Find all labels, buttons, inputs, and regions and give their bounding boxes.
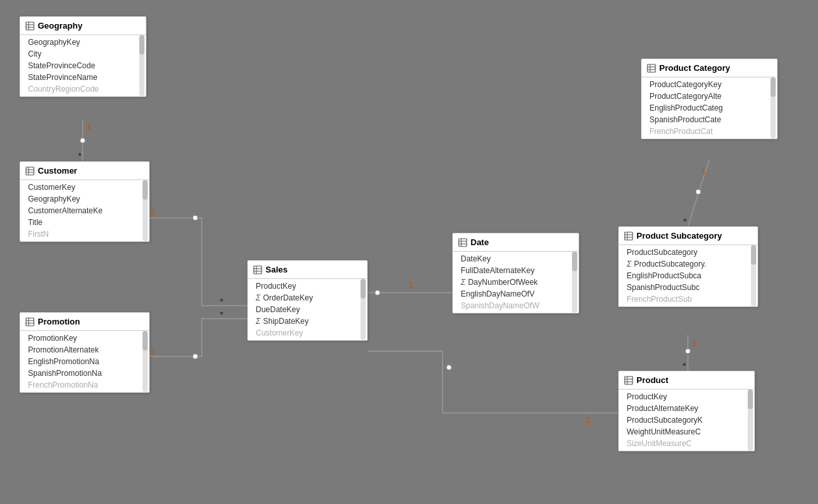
- table-row: Σ ShipDateKey: [248, 315, 358, 327]
- product-category-title: Product Category: [659, 63, 730, 73]
- table-row: CustomerKey: [248, 327, 358, 339]
- table-icon: [25, 317, 34, 326]
- promotion-body: PromotionKey PromotionAlternatek English…: [20, 331, 149, 392]
- svg-text:*: *: [683, 217, 687, 226]
- table-row: EnglishProductSubca: [619, 270, 748, 282]
- table-row: SpanishProductCate: [642, 114, 768, 126]
- table-row: ProductCategoryKey: [642, 79, 768, 90]
- table-row: StateProvinceName: [20, 72, 137, 83]
- table-row: GeographyKey: [20, 36, 137, 48]
- table-row: StateProvinceCode: [20, 60, 137, 72]
- promotion-table: Promotion PromotionKey PromotionAlternat…: [20, 312, 150, 393]
- svg-text:*: *: [220, 310, 224, 319]
- sales-title: Sales: [266, 265, 288, 274]
- product-category-table: Product Category ProductCategoryKey Prod…: [641, 59, 778, 139]
- table-row: ProductAlternateKey: [619, 403, 745, 414]
- product-category-body: ProductCategoryKey ProductCategoryAlte E…: [642, 77, 777, 139]
- table-row: SpanishProductSubc: [619, 282, 748, 293]
- product-body: ProductKey ProductAlternateKey ProductSu…: [619, 390, 754, 451]
- product-title: Product: [636, 375, 668, 385]
- svg-text:1: 1: [151, 207, 156, 217]
- customer-table: Customer CustomerKey GeographyKey Custom…: [20, 161, 150, 242]
- svg-rect-44: [648, 64, 655, 72]
- table-row: CustomerKey: [20, 181, 140, 193]
- table-icon: [25, 21, 34, 31]
- svg-rect-52: [625, 377, 633, 384]
- table-icon: [458, 238, 467, 247]
- sales-body: ProductKey Σ OrderDateKey DueDateKey Σ S…: [248, 279, 367, 340]
- svg-point-12: [375, 290, 380, 295]
- table-row: CountryRegionCode: [20, 83, 137, 95]
- table-row: Σ OrderDateKey: [248, 292, 358, 304]
- table-row: Σ DayNumberOfWeek: [453, 276, 569, 288]
- svg-rect-32: [26, 318, 34, 326]
- table-row: DueDateKey: [248, 304, 358, 315]
- svg-text:*: *: [683, 361, 687, 371]
- table-row: ProductSubcategoryK: [619, 414, 745, 426]
- svg-text:1: 1: [586, 416, 590, 425]
- table-row: FirstN: [20, 228, 140, 240]
- table-row: GeographyKey: [20, 193, 140, 205]
- svg-rect-36: [254, 266, 262, 274]
- table-row: Title: [20, 217, 140, 228]
- date-table: Date DateKey FullDateAlternateKey Σ DayN…: [452, 233, 579, 313]
- table-row: DateKey: [453, 253, 569, 265]
- table-row: CustomerAlternateKe: [20, 205, 140, 217]
- date-header: Date: [453, 233, 579, 252]
- svg-line-14: [688, 159, 709, 226]
- table-row: FrenchProductCat: [642, 126, 768, 137]
- diagram-canvas: 1 * 1 * 1 * 1 * 1 * 1 * 1: [0, 0, 818, 504]
- svg-text:1: 1: [151, 347, 156, 356]
- table-row: FrenchProductSub: [619, 293, 748, 305]
- table-row: FullDateAlternateKey: [453, 265, 569, 276]
- customer-header: Customer: [20, 162, 149, 180]
- product-subcategory-table: Product Subcategory ProductSubcategory Σ…: [618, 226, 758, 307]
- svg-point-23: [446, 365, 452, 370]
- product-category-header: Product Category: [642, 59, 777, 77]
- table-row: ProductCategoryAlte: [642, 90, 768, 102]
- geography-table: Geography GeographyKey City StateProvinc…: [20, 16, 146, 97]
- date-title: Date: [470, 237, 489, 247]
- table-icon: [647, 64, 656, 73]
- svg-rect-28: [26, 167, 34, 175]
- geography-title: Geography: [38, 21, 83, 31]
- table-icon: [253, 265, 262, 274]
- table-icon: [624, 232, 633, 241]
- table-row: ProductKey: [619, 391, 745, 403]
- svg-rect-40: [459, 239, 467, 246]
- product-subcategory-header: Product Subcategory: [619, 227, 757, 245]
- svg-point-5: [193, 215, 198, 220]
- product-subcategory-title: Product Subcategory: [636, 231, 722, 241]
- product-table: Product ProductKey ProductAlternateKey P…: [618, 371, 755, 451]
- promotion-title: Promotion: [38, 317, 80, 326]
- table-row: Σ ProductSubcategory.: [619, 258, 748, 270]
- table-row: ProductKey: [248, 280, 358, 292]
- date-body: DateKey FullDateAlternateKey Σ DayNumber…: [453, 252, 579, 313]
- svg-point-20: [685, 349, 690, 354]
- table-row: WeightUnitMeasureC: [619, 426, 745, 438]
- svg-text:*: *: [220, 297, 224, 306]
- table-row: ProductSubcategory: [619, 246, 748, 258]
- promotion-header: Promotion: [20, 313, 149, 331]
- svg-text:1: 1: [692, 339, 696, 348]
- table-icon: [25, 166, 34, 176]
- svg-point-8: [193, 354, 198, 359]
- svg-point-16: [696, 189, 701, 194]
- svg-text:1: 1: [87, 123, 91, 132]
- svg-rect-24: [26, 22, 34, 30]
- table-row: SizeUnitMeasureC: [619, 438, 745, 449]
- svg-text:1: 1: [409, 281, 413, 290]
- table-icon: [624, 376, 633, 385]
- svg-point-2: [80, 138, 85, 143]
- svg-text:*: *: [78, 151, 82, 161]
- svg-rect-48: [625, 232, 633, 240]
- table-row: PromotionAlternatek: [20, 344, 140, 356]
- customer-body: CustomerKey GeographyKey CustomerAlterna…: [20, 180, 149, 241]
- sales-table: Sales ProductKey Σ OrderDateKey DueDateK…: [247, 260, 368, 341]
- sales-header: Sales: [248, 261, 367, 279]
- table-row: EnglishProductCateg: [642, 102, 768, 114]
- table-row: FrenchPromotionNa: [20, 379, 140, 391]
- geography-body: GeographyKey City StateProvinceCode Stat…: [20, 35, 146, 96]
- table-row: City: [20, 48, 137, 60]
- customer-title: Customer: [38, 166, 77, 176]
